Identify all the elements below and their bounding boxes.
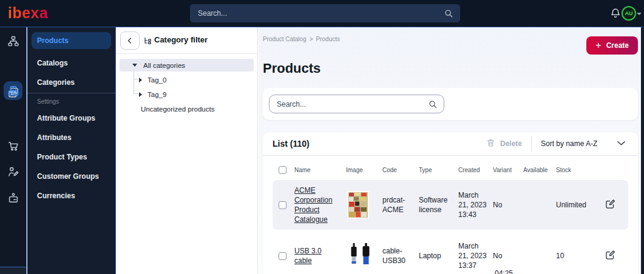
breadcrumb-products[interactable]: Products <box>316 36 340 42</box>
global-search-input[interactable] <box>190 4 460 22</box>
table-row: ACME Corporation Product Catalogue prdca… <box>273 180 628 230</box>
collapse-panel-button[interactable] <box>120 32 140 50</box>
nav-settings-label: Settings <box>37 98 59 105</box>
product-list-card: List (110) Delete Sort by name A-Z <box>263 132 638 274</box>
tree-item-all-categories[interactable]: All categories <box>120 59 254 72</box>
plus-icon: + <box>595 41 601 50</box>
list-toolbar: List (110) Delete Sort by name A-Z <box>263 132 638 156</box>
product-search-input[interactable] <box>269 95 444 113</box>
topbar: ibexa AU <box>0 0 644 27</box>
sort-dropdown[interactable]: Sort by name A-Z <box>541 139 626 148</box>
page-title: Products <box>263 61 320 76</box>
select-all-checkbox[interactable] <box>279 166 286 174</box>
nav-item-products[interactable]: Products <box>32 32 111 49</box>
list-count-title: List (110) <box>273 139 310 149</box>
breadcrumb: Product Catalog>Products <box>263 36 340 42</box>
product-boxes-icon[interactable] <box>7 85 19 99</box>
filter-divider <box>116 53 257 54</box>
tree-item-tag-0[interactable]: Tag_0 <box>139 73 166 86</box>
icon-rail <box>0 27 27 274</box>
table-row: USB 3.0 cable cable-USB30 Laptop March 2… <box>273 232 628 274</box>
filter-panel-title: Category filter <box>154 35 208 44</box>
usb-cable-thumbnail <box>346 243 374 269</box>
notifications-bell-icon[interactable] <box>609 7 622 22</box>
table-header-row: Name Image Code Type Created Variant Ava… <box>273 162 628 178</box>
product-name-link[interactable]: USB 3.0 cable <box>294 247 322 265</box>
audience-icon[interactable] <box>7 165 19 180</box>
right-edge-strip <box>641 27 644 274</box>
cart-icon[interactable] <box>7 140 19 155</box>
create-button[interactable]: + Create <box>586 36 638 55</box>
nav-item-attributes[interactable]: Attributes <box>32 129 111 146</box>
product-name-link[interactable]: ACME Corporation Product Catalogue <box>294 186 333 224</box>
tree-item-uncategorized[interactable]: Uncategorized products <box>141 102 214 115</box>
category-filter-panel: Category filter All categories Tag_0 Tag… <box>115 27 258 274</box>
acme-catalogue-thumbnail <box>347 191 369 219</box>
caret-right-icon[interactable] <box>139 78 142 82</box>
partial-row-created-time: 04:25 <box>495 269 513 274</box>
category-tree-icon <box>143 36 152 47</box>
ibexa-logo[interactable]: ibexa <box>8 4 48 22</box>
nav-item-catalogs[interactable]: Catalogs <box>32 55 111 72</box>
row-checkbox[interactable] <box>279 201 286 209</box>
caret-right-icon[interactable] <box>139 92 142 97</box>
main-content: Product Catalog>Products + Create Produc… <box>259 27 641 274</box>
sitemap-icon[interactable] <box>7 35 19 50</box>
nav-item-attribute-groups[interactable]: Attribute Groups <box>32 110 111 127</box>
user-menu-caret-icon[interactable] <box>637 13 642 15</box>
search-icon <box>444 8 453 21</box>
nav-item-customer-groups[interactable]: Customer Groups <box>32 168 111 185</box>
search-icon <box>428 99 438 112</box>
vendor-badge-icon[interactable] <box>7 192 19 207</box>
side-nav: Products Catalogs Categories Settings At… <box>27 27 115 274</box>
trash-icon <box>486 138 495 149</box>
nav-divider <box>27 93 115 93</box>
tree-item-tag-9[interactable]: Tag_9 <box>139 88 166 101</box>
tree-connector-stub <box>134 93 138 94</box>
nav-item-product-types[interactable]: Product Types <box>32 149 111 165</box>
product-search-field[interactable] <box>269 95 444 113</box>
edit-button[interactable] <box>605 199 615 211</box>
product-search-card <box>263 88 638 120</box>
global-search[interactable] <box>190 4 460 22</box>
row-checkbox[interactable] <box>279 252 286 260</box>
delete-button[interactable]: Delete <box>486 138 522 149</box>
tree-connector-stub <box>134 79 138 79</box>
caret-down-icon[interactable] <box>132 64 137 67</box>
tree-connector-line <box>134 71 134 94</box>
rail-footer <box>0 267 26 274</box>
toolbar-divider <box>531 136 532 152</box>
user-avatar[interactable]: AU <box>622 6 636 21</box>
nav-item-currencies[interactable]: Currencies <box>32 187 111 204</box>
nav-item-categories[interactable]: Categories <box>32 74 111 91</box>
edit-button[interactable] <box>605 250 615 262</box>
chevron-down-icon <box>617 139 626 148</box>
breadcrumb-product-catalog[interactable]: Product Catalog <box>263 36 307 42</box>
